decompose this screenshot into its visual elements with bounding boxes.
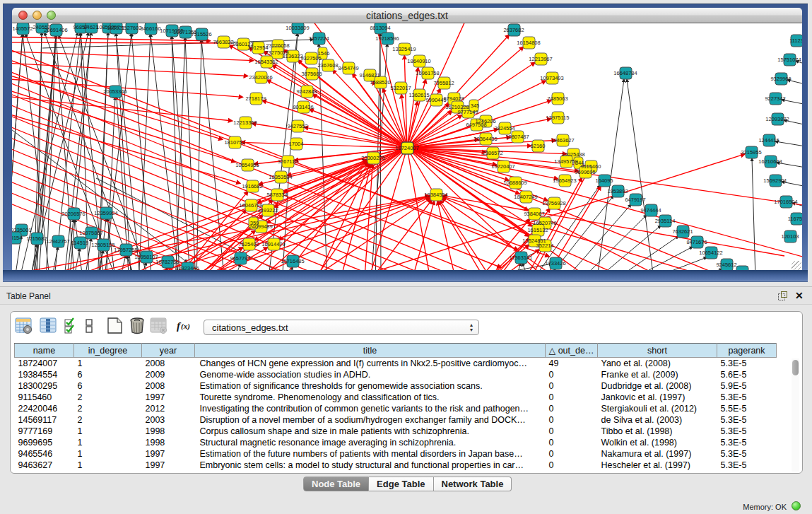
svg-text:116753: 116753 [788,216,802,222]
svg-text:18724007: 18724007 [395,145,418,151]
svg-text:16543362: 16543362 [254,59,278,65]
svg-text:17016504: 17016504 [774,199,797,205]
svg-text:7515526: 7515526 [191,31,211,37]
svg-text:8471676: 8471676 [686,239,707,245]
svg-text:8031436: 8031436 [293,104,313,110]
svg-text:5322017: 5322017 [390,85,411,91]
svg-text:19756928: 19756928 [542,200,565,206]
svg-text:10807487: 10807487 [505,134,529,140]
svg-text:7357224: 7357224 [308,35,329,42]
svg-text:10025438: 10025438 [561,151,584,158]
svg-text:120103: 120103 [781,233,799,240]
svg-text:11363141: 11363141 [510,255,533,261]
svg-text:16210643: 16210643 [758,158,782,165]
svg-text:10654955: 10654955 [235,162,259,168]
svg-text:18353594: 18353594 [269,174,292,180]
svg-text:10975867: 10975867 [79,230,102,236]
svg-text:7955812: 7955812 [433,80,454,86]
svg-text:16914479: 16914479 [261,241,285,247]
svg-text:8813094: 8813094 [370,25,390,31]
svg-text:23226058: 23226058 [266,42,289,49]
svg-text:16648784: 16648784 [613,70,637,76]
svg-text:19218596: 19218596 [375,35,399,42]
svg-text:16782759: 16782759 [155,259,179,265]
svg-text:1244415: 1244415 [758,137,779,144]
svg-text:114519: 114519 [71,240,88,246]
svg-text:8136323: 8136323 [282,53,302,59]
svg-text:8454749: 8454749 [338,65,358,71]
svg-text:12093872: 12093872 [765,116,789,122]
svg-text:23300275: 23300275 [361,155,384,161]
svg-text:15692901: 15692901 [763,177,787,184]
svg-text:12213369: 12213369 [233,119,257,126]
svg-text:19654923: 19654923 [553,177,576,184]
svg-text:7632621: 7632621 [672,228,693,235]
svg-text:20364436: 20364436 [473,136,497,142]
svg-text:9329966: 9329966 [770,76,791,82]
svg-text:1588520: 1588520 [370,79,390,86]
svg-text:10973493: 10973493 [540,75,563,81]
svg-text:9245612: 9245612 [716,262,736,268]
svg-text:39154: 39154 [12,235,22,241]
svg-text:9146821: 9146821 [359,72,379,78]
svg-text:9657791: 9657791 [230,255,250,262]
svg-text:9335001: 9335001 [12,227,32,233]
svg-text:1733426: 1733426 [545,260,565,267]
svg-text:9242848: 9242848 [296,88,317,95]
svg-text:6479197: 6479197 [625,197,645,203]
svg-text:10688609: 10688609 [503,180,526,186]
svg-text:8466160: 8466160 [140,25,160,32]
svg-text:62160: 62160 [531,143,546,149]
svg-text:1615132: 1615132 [527,227,548,233]
svg-text:20691406: 20691406 [44,27,67,33]
svg-text:1405572: 1405572 [12,25,33,32]
svg-text:20206576: 20206576 [61,211,85,217]
svg-text:15751074: 15751074 [777,57,801,63]
svg-text:13958107: 13958107 [134,254,158,260]
svg-text:1810752: 1810752 [224,139,245,146]
svg-text:2935114: 2935114 [655,218,676,224]
svg-text:16961758: 16961758 [416,70,439,76]
svg-text:17004: 17004 [289,141,304,147]
svg-text:17957255: 17957255 [114,247,137,253]
svg-text:6497508: 6497508 [466,122,486,128]
svg-text:1546: 1546 [318,50,330,57]
svg-text:345: 345 [471,103,480,109]
svg-text:359: 359 [250,220,259,226]
svg-text:3215955: 3215955 [741,149,761,156]
svg-text:1215682: 1215682 [26,235,47,242]
svg-text:3493222: 3493222 [257,207,278,214]
svg-text:2367608: 2367608 [317,62,338,69]
svg-text:10654122: 10654122 [699,250,722,256]
svg-text:18407249: 18407249 [514,194,537,200]
svg-text:1916682: 1916682 [242,183,262,189]
svg-text:352214: 352214 [536,243,553,249]
svg-text:3824554: 3824554 [494,125,514,132]
svg-text:10033809: 10033809 [286,25,309,31]
svg-text:18640910: 18640910 [407,58,430,64]
svg-text:12213967: 12213967 [529,56,552,62]
svg-text:9427552: 9427552 [287,123,307,129]
svg-text:9384067: 9384067 [524,211,544,217]
svg-text:3875685: 3875685 [301,71,322,77]
svg-text:19384554: 19384554 [424,192,447,198]
svg-text:(x): (x) [181,322,190,331]
svg-text:13975115: 13975115 [546,115,570,121]
svg-text:9474444: 9474444 [640,207,661,214]
svg-text:9227342: 9227342 [765,95,785,102]
svg-text:7625402: 7625402 [238,241,259,247]
svg-text:16520746: 16520746 [533,220,556,226]
svg-text:12505135: 12505135 [91,242,114,248]
svg-text:19463627: 19463627 [551,137,574,144]
svg-text:23420046: 23420046 [249,74,272,81]
svg-text:15720407: 15720407 [491,163,514,170]
svg-text:7485063: 7485063 [547,95,567,102]
svg-text:3267110: 3267110 [278,158,298,165]
svg-text:9699695: 9699695 [575,169,595,175]
svg-text:2386572: 2386572 [482,150,502,156]
svg-text:12359924: 12359924 [94,210,117,216]
svg-text:16154808: 16154808 [517,40,540,46]
svg-text:12942757: 12942757 [46,238,69,245]
svg-text:13495759: 13495759 [554,158,577,165]
svg-text:20053346: 20053346 [103,88,126,95]
